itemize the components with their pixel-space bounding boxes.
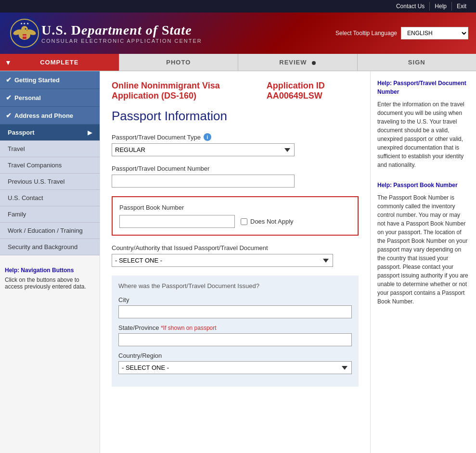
header: ★ ★ ★ U.S. Department of State CONSULAR … [0, 13, 476, 54]
svg-point-4 [21, 26, 28, 33]
top-bar: Contact Us Help Exit [0, 0, 476, 13]
doc-type-label: Passport/Travel Document Type i [112, 133, 359, 141]
svg-point-5 [25, 28, 26, 30]
tab-arrow-icon: ▼ [5, 59, 12, 66]
tab-review[interactable]: REVIEW [238, 54, 358, 71]
form-title: Online Nonimmigrant Visa Application (DS… [112, 81, 267, 101]
city-label: City [118, 296, 352, 303]
application-id: Application ID AA00649LSW [267, 81, 359, 101]
help-panel: Help: Passport/Travel Document Number En… [370, 71, 476, 453]
help-heading-doc-number: Help: Passport/Travel Document Number [377, 79, 469, 96]
help-section-doc-number: Help: Passport/Travel Document Number En… [377, 79, 469, 169]
tab-review-dot [312, 61, 316, 65]
does-not-apply-label[interactable]: Does Not Apply [241, 218, 294, 225]
sidebar-subitem-travel[interactable]: Travel [0, 141, 100, 157]
content-area: Online Nonimmigrant Visa Application (DS… [100, 71, 370, 453]
help-body-book-number: The Passport Book Number is commonly cal… [377, 193, 469, 306]
help-link[interactable]: Help [430, 2, 452, 11]
state-label: State/Province *If shown on passport [118, 324, 352, 331]
doc-type-select[interactable]: REGULAR OFFICIAL DIPLOMATIC LAISSEZ-PASS… [112, 143, 295, 156]
info-icon[interactable]: i [204, 133, 211, 141]
sidebar: ✔ Getting Started ✔ Personal ✔ Address a… [0, 71, 100, 453]
tab-complete[interactable]: ▼ COMPLETE [0, 54, 119, 71]
sidebar-item-getting-started[interactable]: ✔ Getting Started [0, 71, 100, 89]
check-icon: ✔ [6, 76, 12, 84]
sidebar-nav-buttons-link[interactable]: Navigation Buttons [21, 267, 74, 274]
language-selector-group: Select Tooltip Language ENGLISH SPANISH … [335, 27, 468, 39]
country-issued-label: Country/Authority that Issued Passport/T… [112, 244, 359, 252]
sidebar-subitem-security-background[interactable]: Security and Background [0, 239, 100, 255]
country-issued-group: Country/Authority that Issued Passport/T… [112, 244, 359, 267]
arrow-icon: ▶ [88, 129, 92, 136]
city-input[interactable] [118, 305, 352, 318]
country-region-select[interactable]: - SELECT ONE - [118, 361, 352, 374]
seal-logo: ★ ★ ★ [8, 16, 41, 50]
help-link-book-number[interactable]: Passport Book Number [393, 182, 457, 189]
exit-link[interactable]: Exit [452, 2, 471, 11]
city-field: City [118, 296, 352, 318]
state-field: State/Province *If shown on passport [118, 324, 352, 346]
book-number-row: Does Not Apply [119, 215, 351, 228]
sidebar-subitem-work-education[interactable]: Work / Education / Training [0, 223, 100, 239]
nav-tabs: ▼ COMPLETE PHOTO REVIEW SIGN [0, 54, 476, 71]
sidebar-subitem-travel-companions[interactable]: Travel Companions [0, 157, 100, 174]
app-id-bar: Online Nonimmigrant Visa Application (DS… [112, 81, 359, 101]
page-heading: Passport Information [112, 109, 359, 124]
state-input[interactable] [118, 333, 352, 346]
sidebar-help-body: Click on the buttons above to access pre… [5, 277, 95, 290]
tab-sign[interactable]: SIGN [358, 54, 476, 71]
contact-us-link[interactable]: Contact Us [391, 2, 430, 11]
department-name: U.S. Department of State [41, 23, 335, 38]
app-id-value: AA00649LSW [267, 91, 322, 101]
tooltip-language-label: Select Tooltip Language [335, 30, 397, 37]
sidebar-help: Help: Navigation Buttons Click on the bu… [0, 260, 100, 297]
doc-number-group: Passport/Travel Document Number [112, 165, 359, 188]
header-subtitle: CONSULAR ELECTRONIC APPLICATION CENTER [41, 38, 335, 44]
issued-where-label: Where was the Passport/Travel Document I… [118, 282, 352, 289]
language-select[interactable]: ENGLISH SPANISH FRENCH PORTUGUESE [401, 27, 468, 39]
svg-text:★ ★ ★: ★ ★ ★ [20, 22, 29, 25]
sidebar-subitem-passport[interactable]: Passport ▶ [0, 125, 100, 141]
state-required: *If shown on passport [161, 325, 216, 331]
help-heading-book-number: Help: Passport Book Number [377, 181, 469, 189]
doc-number-input[interactable] [112, 175, 295, 188]
sidebar-subitem-family[interactable]: Family [0, 206, 100, 223]
header-title: U.S. Department of State CONSULAR ELECTR… [41, 23, 335, 44]
doc-number-label: Passport/Travel Document Number [112, 165, 359, 172]
country-issued-select[interactable]: - SELECT ONE - [112, 254, 333, 267]
doc-type-select-wrapper: REGULAR OFFICIAL DIPLOMATIC LAISSEZ-PASS… [112, 143, 295, 156]
sidebar-subitem-previous-us-travel[interactable]: Previous U.S. Travel [0, 174, 100, 190]
sidebar-subitem-us-contact[interactable]: U.S. Contact [0, 190, 100, 206]
doc-type-group: Passport/Travel Document Type i REGULAR … [112, 133, 359, 156]
help-body-doc-number: Enter the information on the travel docu… [377, 100, 469, 169]
issued-location-section: Where was the Passport/Travel Document I… [112, 276, 359, 387]
passport-book-number-section: Passport Book Number Does Not Apply [112, 196, 359, 236]
sidebar-item-personal[interactable]: ✔ Personal [0, 89, 100, 107]
book-number-input[interactable] [119, 215, 235, 228]
main-layout: ✔ Getting Started ✔ Personal ✔ Address a… [0, 71, 476, 453]
check-icon: ✔ [6, 94, 12, 101]
tab-photo[interactable]: PHOTO [119, 54, 239, 71]
help-section-book-number: Help: Passport Book Number The Passport … [377, 181, 469, 306]
svg-rect-7 [23, 34, 26, 39]
check-icon: ✔ [6, 112, 12, 119]
does-not-apply-checkbox[interactable] [241, 218, 247, 225]
sidebar-help-title: Help: Navigation Buttons [5, 267, 95, 274]
book-number-label: Passport Book Number [119, 204, 351, 211]
sidebar-item-address-and-phone[interactable]: ✔ Address and Phone [0, 107, 100, 125]
country-region-label: Country/Region [118, 352, 352, 359]
country-region-field: Country/Region - SELECT ONE - [118, 352, 352, 374]
